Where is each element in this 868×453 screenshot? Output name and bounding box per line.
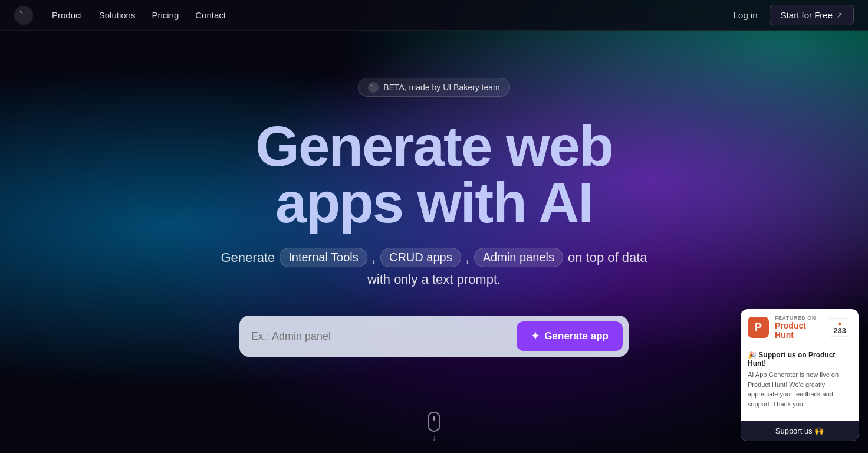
hero-subtitle: Generate Internal Tools , CRUD apps , Ad… (221, 248, 647, 267)
start-button-label: Start for Free (781, 10, 833, 20)
ph-body: 🎉 Support us on Product Hunt! AI App Gen… (741, 346, 859, 415)
generate-label: Generate app (544, 330, 609, 342)
prompt-input[interactable] (251, 330, 509, 343)
prompt-container: ✦ Generate app (239, 316, 629, 357)
generate-star-icon: ✦ (531, 330, 540, 343)
hero-subtitle2: with only a text prompt. (367, 272, 501, 287)
nav-pricing[interactable]: Pricing (152, 10, 179, 20)
ph-vote-count: 233 (833, 326, 846, 335)
hero-section: BETA, made by UI Bakery team Generate we… (0, 31, 868, 392)
tag-internal-tools: Internal Tools (280, 248, 367, 267)
navbar: Product Solutions Pricing Contact Log in… (0, 0, 868, 31)
ph-featured-label: FEATURED ON (775, 315, 822, 321)
nav-product[interactable]: Product (52, 10, 83, 20)
scroll-arrow-icon: ↓ (432, 434, 436, 442)
ph-header: P FEATURED ON Product Hunt ▲ 233 (741, 309, 859, 346)
nav-contact[interactable]: Contact (195, 10, 226, 20)
hero-title: Generate web apps with AI (255, 118, 613, 231)
logo[interactable] (14, 6, 33, 25)
scroll-indicator: ↓ (428, 412, 440, 442)
hero-title-line2: apps with AI (275, 171, 593, 234)
subtitle-suffix: on top of data (568, 250, 647, 265)
start-arrow-icon: ↗ (836, 11, 843, 19)
ph-info: FEATURED ON Product Hunt (775, 315, 822, 340)
scroll-dot (433, 416, 435, 421)
ph-logo-letter: P (755, 321, 762, 334)
start-button[interactable]: Start for Free ↗ (770, 5, 854, 25)
beta-text: BETA, made by UI Bakery team (383, 83, 499, 92)
generate-button[interactable]: ✦ Generate app (517, 321, 623, 351)
ph-name: Product Hunt (775, 321, 822, 340)
scroll-mouse-icon (428, 412, 440, 432)
subtitle-prefix: Generate (221, 250, 275, 265)
tag-crud-apps: CRUD apps (380, 248, 461, 267)
ph-votes: ▲ 233 (828, 318, 851, 337)
ph-message: AI App Generator is now live on Product … (748, 370, 851, 409)
tag-admin-panels: Admin panels (474, 248, 563, 267)
nav-actions: Log in Start for Free ↗ (734, 5, 854, 25)
ph-support-button[interactable]: Support us 🙌 (741, 421, 859, 441)
comma2: , (466, 250, 469, 265)
ph-vote-arrow: ▲ (837, 320, 843, 326)
nav-solutions[interactable]: Solutions (99, 10, 136, 20)
svg-point-1 (368, 82, 379, 93)
login-button[interactable]: Log in (734, 10, 758, 20)
comma1: , (372, 250, 376, 265)
ph-emoji-title: 🎉 Support us on Product Hunt! (748, 351, 851, 367)
product-hunt-card: P FEATURED ON Product Hunt ▲ 233 🎉 Suppo… (741, 309, 859, 441)
hero-title-line1: Generate web (255, 114, 613, 178)
nav-links: Product Solutions Pricing Contact (52, 10, 734, 20)
beta-badge: BETA, made by UI Bakery team (358, 78, 509, 97)
ph-logo: P (748, 317, 769, 338)
